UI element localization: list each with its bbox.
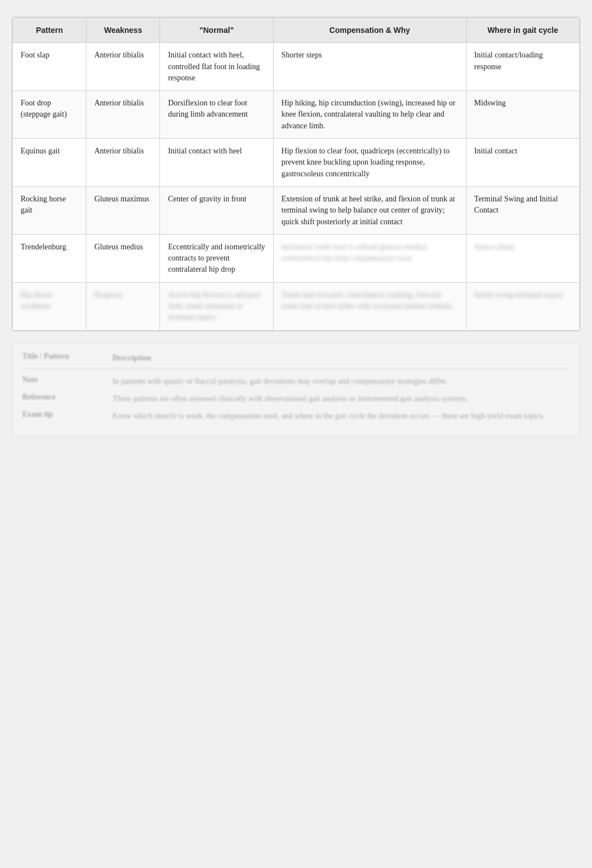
cell-where: Stance phase xyxy=(466,234,579,282)
cell-weakness: Anterior tibialis xyxy=(86,91,160,139)
cell-where: Terminal Swing and Initial Contact xyxy=(466,186,579,234)
secondary-section: Title / Pattern Description Note In pati… xyxy=(12,343,580,437)
cell-where: Initial contact xyxy=(466,139,579,187)
header-compensation: Compensation & Why xyxy=(273,18,466,43)
cell-weakness: Gluteus medius xyxy=(86,234,160,282)
cell-pattern: Foot slap xyxy=(13,43,86,91)
secondary-label-3: Exam tip xyxy=(22,410,106,422)
secondary-label-1: Note xyxy=(22,375,106,387)
cell-compensation: Hip flexion to clear foot, quadriceps (e… xyxy=(273,139,466,187)
table-row: Foot slap Anterior tibialis Initial cont… xyxy=(13,43,580,91)
header-pattern: Pattern xyxy=(13,18,86,43)
table-row: Trendelenburg Gluteus medius Eccentrical… xyxy=(13,234,580,282)
cell-normal: Dorsiflexion to clear foot during limb a… xyxy=(160,91,273,139)
secondary-row-1: Note In patients with spastic or flaccid… xyxy=(22,375,570,387)
cell-normal: Active hip flexion to advance limb, trun… xyxy=(160,282,273,330)
secondary-text-2: These patterns are often assessed clinic… xyxy=(113,393,468,404)
table-header-row: Pattern Weakness "Normal" Compensation &… xyxy=(13,18,580,43)
cell-normal: Center of gravity in front xyxy=(160,186,273,234)
cell-where: Midswing xyxy=(466,91,579,139)
cell-normal: Initial contact with heel, controlled fl… xyxy=(160,43,273,91)
table-row: Hip flexor weakness Iliopsoas Active hip… xyxy=(13,282,580,330)
cell-pattern: Hip flexor weakness xyxy=(13,282,86,330)
blurred-pattern-text: Hip flexor weakness xyxy=(21,290,78,312)
blurred-where-text: Stance phase xyxy=(474,242,515,253)
blurred-compensation-text: Trunk lean forward, contralateral vaulti… xyxy=(282,290,458,312)
secondary-header-col1: Title / Pattern xyxy=(22,352,106,364)
blurred-where-text: Initial swing terminal stance xyxy=(474,290,563,301)
table-row: Equinus gait Anterior tibialis Initial c… xyxy=(13,139,580,187)
blurred-compensation-text: Ipsilateral trunk lean to unload gluteus… xyxy=(282,242,458,264)
main-table-wrapper: Pattern Weakness "Normal" Compensation &… xyxy=(12,17,580,331)
secondary-text-3: Know which muscle is weak, the compensat… xyxy=(113,410,545,422)
gait-table: Pattern Weakness "Normal" Compensation &… xyxy=(12,17,580,331)
blurred-normal-text: Active hip flexion to advance limb, trun… xyxy=(168,290,265,324)
cell-weakness: Anterior tibialis xyxy=(86,43,160,91)
header-weakness: Weakness xyxy=(86,18,160,43)
cell-where: Initial swing terminal stance xyxy=(466,282,579,330)
cell-compensation: Shorter steps xyxy=(273,43,466,91)
table-row: Rocking horse gait Gluteus maximus Cente… xyxy=(13,186,580,234)
secondary-text-1: In patients with spastic or flaccid para… xyxy=(113,375,447,387)
cell-compensation: Hip hiking, hip circumduction (swing), i… xyxy=(273,91,466,139)
secondary-header-col2: Description xyxy=(113,352,151,364)
cell-pattern: Trendelenburg xyxy=(13,234,86,282)
header-normal: "Normal" xyxy=(160,18,273,43)
cell-compensation: Ipsilateral trunk lean to unload gluteus… xyxy=(273,234,466,282)
secondary-label-2: Reference xyxy=(22,393,106,404)
cell-weakness: Gluteus maximus xyxy=(86,186,160,234)
cell-compensation: Extension of trunk at heel strike, and f… xyxy=(273,186,466,234)
header-where: Where in gait cycle xyxy=(466,18,579,43)
secondary-header: Title / Pattern Description xyxy=(22,352,570,369)
secondary-row-3: Exam tip Know which muscle is weak, the … xyxy=(22,410,570,422)
cell-pattern: Equinus gait xyxy=(13,139,86,187)
table-row: Foot drop (steppage gait) Anterior tibia… xyxy=(13,91,580,139)
cell-pattern: Rocking horse gait xyxy=(13,186,86,234)
cell-where: Initial contact/loading response xyxy=(466,43,579,91)
blurred-weakness-text: Iliopsoas xyxy=(94,290,123,301)
cell-pattern: Foot drop (steppage gait) xyxy=(13,91,86,139)
cell-compensation: Trunk lean forward, contralateral vaulti… xyxy=(273,282,466,330)
page-container: Pattern Weakness "Normal" Compensation &… xyxy=(12,17,580,437)
cell-weakness: Iliopsoas xyxy=(86,282,160,330)
cell-weakness: Anterior tibialis xyxy=(86,139,160,187)
cell-normal: Initial contact with heel xyxy=(160,139,273,187)
secondary-row-2: Reference These patterns are often asses… xyxy=(22,393,570,404)
cell-normal: Eccentrically and isometrically contract… xyxy=(160,234,273,282)
